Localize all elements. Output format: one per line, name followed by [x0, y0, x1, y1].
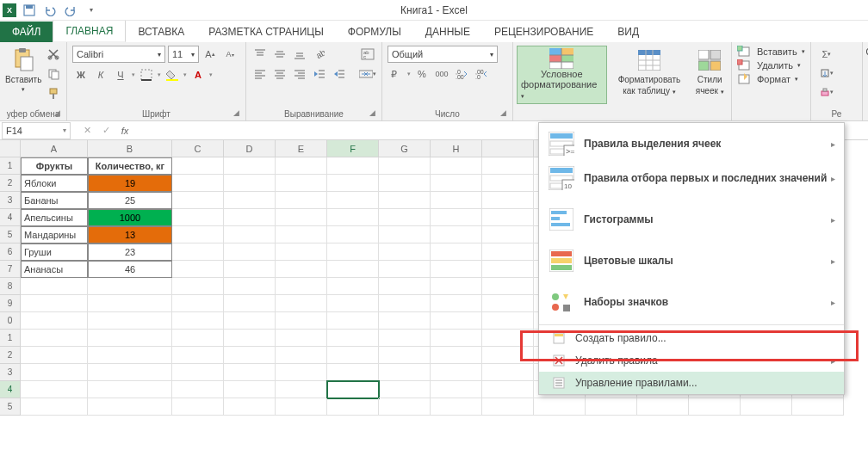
cell[interactable]: [172, 278, 224, 295]
clear-icon[interactable]: ▾: [816, 83, 837, 101]
cell[interactable]: [88, 381, 172, 398]
cell[interactable]: [431, 278, 482, 295]
border-icon[interactable]: [138, 66, 155, 83]
format-as-table-button[interactable]: Форматировать как таблицу ▾: [611, 46, 689, 96]
cell[interactable]: [327, 295, 379, 312]
cell[interactable]: Мандарины: [21, 226, 88, 243]
cell[interactable]: [327, 347, 379, 364]
cell[interactable]: [379, 175, 431, 192]
cell[interactable]: [431, 347, 482, 364]
bold-button[interactable]: Ж: [72, 66, 90, 83]
tab-view[interactable]: ВИД: [605, 22, 651, 42]
cells-insert-button[interactable]: Вставить▾: [737, 46, 805, 58]
cell[interactable]: [172, 312, 224, 330]
row-header[interactable]: 5: [0, 398, 21, 416]
undo-icon[interactable]: [42, 3, 58, 18]
cell[interactable]: [172, 364, 224, 381]
cell[interactable]: [276, 175, 327, 192]
cell[interactable]: [534, 398, 586, 416]
cell[interactable]: [482, 157, 534, 175]
cell[interactable]: [482, 295, 534, 312]
row-header[interactable]: 8: [0, 278, 21, 295]
cell[interactable]: [276, 364, 327, 381]
font-size-combo[interactable]: 11▾: [168, 46, 199, 63]
tab-insert[interactable]: ВСТАВКА: [126, 22, 196, 42]
cell[interactable]: [431, 330, 482, 347]
cell[interactable]: [431, 381, 482, 398]
cell[interactable]: [88, 347, 172, 364]
cell[interactable]: 13: [88, 226, 172, 243]
cell[interactable]: [172, 157, 224, 175]
fill-color-icon[interactable]: [164, 66, 181, 83]
percent-format-icon[interactable]: %: [413, 65, 431, 83]
cell[interactable]: [172, 226, 224, 243]
format-painter-icon[interactable]: [45, 85, 62, 102]
cells-format-button[interactable]: Формат▾: [737, 73, 805, 85]
cell[interactable]: 23: [88, 243, 172, 261]
cell[interactable]: [431, 175, 482, 192]
cell[interactable]: [482, 330, 534, 347]
cell[interactable]: [482, 347, 534, 364]
row-header[interactable]: 3: [0, 364, 21, 381]
cell[interactable]: [172, 261, 224, 278]
cell[interactable]: [482, 192, 534, 209]
cell[interactable]: [172, 295, 224, 312]
cell[interactable]: [88, 398, 172, 416]
cell[interactable]: [379, 364, 431, 381]
cell[interactable]: [224, 330, 276, 347]
fill-icon[interactable]: ▾: [816, 65, 837, 82]
save-icon[interactable]: [22, 3, 37, 18]
row-header[interactable]: 2: [0, 347, 21, 364]
row-header[interactable]: 1: [0, 330, 21, 347]
menu-data-bars[interactable]: Гистограммы ▸: [539, 202, 844, 237]
cell[interactable]: [689, 398, 741, 416]
cell[interactable]: [327, 209, 379, 226]
cell[interactable]: [379, 398, 431, 416]
cell[interactable]: [379, 243, 431, 261]
cell[interactable]: [379, 192, 431, 209]
cell[interactable]: [172, 347, 224, 364]
cell[interactable]: [792, 398, 844, 416]
row-header[interactable]: 2: [0, 175, 21, 192]
cell[interactable]: [379, 330, 431, 347]
cell[interactable]: [21, 364, 88, 381]
row-header[interactable]: 5: [0, 226, 21, 243]
cell[interactable]: [431, 243, 482, 261]
tab-data[interactable]: ДАННЫЕ: [413, 22, 482, 42]
cell[interactable]: [224, 157, 276, 175]
number-format-combo[interactable]: Общий▾: [388, 46, 498, 63]
col-header[interactable]: G: [379, 140, 431, 157]
cell[interactable]: [327, 381, 379, 398]
menu-highlight-cells-rules[interactable]: >= Правила выделения ячеек ▸: [539, 126, 844, 161]
cell[interactable]: [482, 226, 534, 243]
name-box[interactable]: F14▾: [2, 122, 71, 139]
align-center-icon[interactable]: [271, 65, 288, 83]
cell[interactable]: [431, 157, 482, 175]
cell[interactable]: [224, 364, 276, 381]
row-header[interactable]: 1: [0, 157, 21, 175]
cell[interactable]: [379, 226, 431, 243]
cell[interactable]: [482, 278, 534, 295]
cell[interactable]: 19: [88, 175, 172, 192]
cell[interactable]: [431, 226, 482, 243]
font-color-icon[interactable]: A: [189, 66, 207, 83]
cell[interactable]: [21, 278, 88, 295]
cell[interactable]: [327, 192, 379, 209]
cell[interactable]: [172, 330, 224, 347]
align-right-icon[interactable]: [291, 65, 308, 83]
col-header[interactable]: F: [327, 140, 379, 157]
cell[interactable]: [224, 226, 276, 243]
cell[interactable]: [379, 347, 431, 364]
cell[interactable]: [482, 381, 534, 398]
cell[interactable]: [327, 278, 379, 295]
col-header[interactable]: [482, 140, 534, 157]
cut-icon[interactable]: [45, 46, 62, 63]
cell[interactable]: [741, 398, 792, 416]
col-header[interactable]: D: [224, 140, 276, 157]
cell[interactable]: Яблоки: [21, 175, 88, 192]
cell[interactable]: [276, 157, 327, 175]
row-header[interactable]: 6: [0, 243, 21, 261]
cell[interactable]: [21, 381, 88, 398]
cell[interactable]: [224, 381, 276, 398]
row-header[interactable]: 7: [0, 261, 21, 278]
